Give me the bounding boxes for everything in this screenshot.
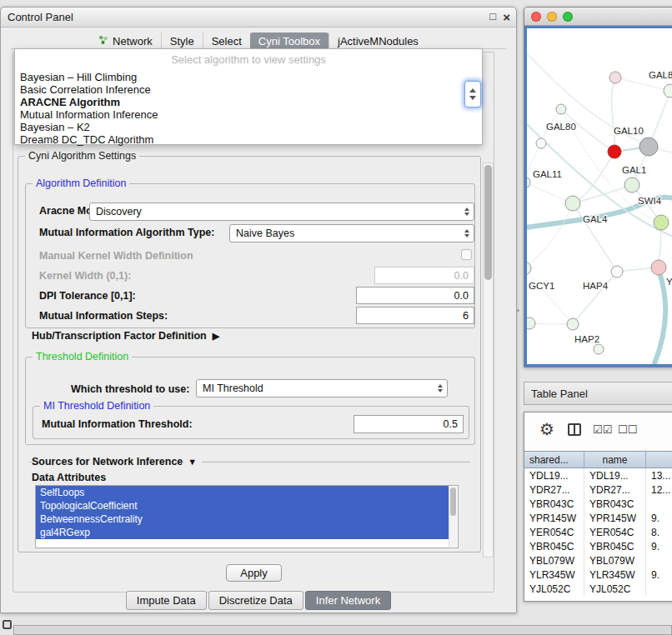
tab-jactivemnodules[interactable]: jActiveMNodules	[328, 32, 427, 50]
table-cell: YLR345W	[524, 568, 584, 582]
control-panel-window: Control Panel □ × NetworkStyleSelectCyni…	[0, 7, 517, 613]
network-node[interactable]	[651, 260, 666, 275]
minimize-traffic-light-icon[interactable]	[547, 12, 557, 22]
table-cell: YER054C	[584, 525, 646, 539]
kernel-width-field: 0.0	[374, 267, 474, 284]
algorithm-dropdown-popup: Select algorithm to view settings Bayesi…	[14, 48, 483, 145]
sources-toggle[interactable]: Sources for Network Inference ▼	[32, 456, 202, 468]
spinner-down-icon[interactable]	[469, 96, 476, 100]
bottom-tab-discretize-data[interactable]: Discretize Data	[208, 591, 303, 610]
network-icon	[98, 35, 108, 48]
gear-icon[interactable]: ⚙	[539, 419, 554, 439]
algorithm-option-aracne-algorithm[interactable]: ARACNE Algorithm	[15, 96, 482, 108]
table-cell: 12...	[646, 482, 672, 497]
which-threshold-select[interactable]: MI Threshold	[196, 379, 448, 398]
table-row[interactable]: YBR043CYBR043C	[524, 497, 672, 511]
mi-threshold-value: 0.5	[444, 418, 458, 430]
algorithm-option-bayesian-k2[interactable]: Bayesian – K2	[15, 121, 482, 133]
column-header-2[interactable]: name	[584, 451, 646, 468]
select-all-icon[interactable]: ☑☑	[593, 423, 612, 436]
minimized-panel-icon[interactable]	[3, 620, 12, 629]
algorithm-option-mutual-information-inference[interactable]: Mutual Information Inference	[15, 108, 482, 121]
tab-network[interactable]: Network	[90, 32, 161, 50]
network-window-titlebar[interactable]	[524, 8, 672, 26]
network-node[interactable]	[527, 177, 530, 188]
node-label: GCY1	[529, 281, 554, 291]
list-scrollbar[interactable]	[449, 487, 457, 547]
tab-style[interactable]: Style	[161, 32, 203, 50]
sources-label: Sources for Network Inference	[32, 456, 183, 468]
float-window-icon[interactable]: □	[489, 10, 496, 22]
attribute-topologicalcoefficient[interactable]: TopologicalCoefficient	[36, 499, 449, 512]
network-node[interactable]	[608, 145, 621, 158]
table-row[interactable]: YBR045CYBR045C9.	[524, 539, 672, 553]
table-row[interactable]: YDL19...YDL19...13...	[524, 468, 672, 482]
mi-type-select[interactable]: Naive Bayes	[229, 224, 474, 242]
network-node[interactable]	[536, 138, 546, 148]
kernel-width-value: 0.0	[454, 270, 469, 282]
tab-select[interactable]: Select	[203, 32, 250, 50]
network-node[interactable]	[594, 344, 604, 354]
network-node[interactable]	[639, 138, 658, 156]
table-row[interactable]: YJL052CYJL052C	[524, 582, 672, 596]
settings-scrollbar[interactable]	[483, 162, 494, 558]
bottom-tab-impute-data[interactable]: Impute Data	[126, 591, 207, 610]
network-node[interactable]	[527, 318, 535, 329]
mi-threshold-field[interactable]: 0.5	[354, 415, 464, 433]
network-node[interactable]	[567, 318, 579, 330]
attribute-selfloops[interactable]: SelfLoops	[36, 486, 449, 499]
network-node[interactable]	[624, 178, 639, 192]
attribute-betweennesscentrality[interactable]: BetweennessCentrality	[36, 512, 449, 526]
table-cell: YJL052C	[584, 582, 646, 596]
bottom-tab-infer-network[interactable]: Infer Network	[305, 591, 391, 610]
network-node[interactable]	[611, 266, 623, 278]
spinner-up-icon[interactable]	[469, 88, 476, 92]
data-attributes-list[interactable]: SelfLoopsTopologicalCoefficientBetweenne…	[35, 485, 459, 548]
splitter-handle[interactable]	[517, 309, 519, 312]
tab-label: jActiveMNodules	[338, 35, 419, 48]
aracne-mode-value: Discovery	[96, 206, 142, 218]
attribute-gal4rgexp[interactable]: gal4RGexp	[36, 526, 449, 539]
network-node[interactable]	[609, 72, 621, 83]
network-node[interactable]	[556, 104, 566, 114]
settings-scrollbar-thumb[interactable]	[484, 165, 492, 280]
table-row[interactable]: YER054CYER054C8.	[524, 525, 672, 539]
close-traffic-light-icon[interactable]	[531, 12, 541, 22]
manual-kernel-checkbox[interactable]	[461, 249, 472, 260]
column-header-1[interactable]: shared...	[524, 451, 584, 468]
table-cell: YJL052C	[524, 582, 584, 596]
dpi-tolerance-field[interactable]: 0.0	[356, 287, 474, 304]
aracne-mode-select[interactable]: Discovery	[89, 202, 474, 221]
mi-steps-field[interactable]: 6	[356, 307, 474, 324]
bottom-tab-bar: Impute DataDiscretize DataInfer Network	[1, 591, 516, 610]
table-row[interactable]: YLR345WYLR345W9.	[524, 568, 672, 582]
apply-button[interactable]: Apply	[226, 564, 282, 582]
close-window-icon[interactable]: ×	[503, 10, 510, 24]
network-node[interactable]	[664, 84, 672, 98]
tab-cyni-toolbox[interactable]: Cyni Toolbox	[250, 32, 328, 50]
algorithm-option-dream8-dc-tdc-algorithm[interactable]: Dream8 DC_TDC Algorithm	[15, 133, 482, 146]
window-title: Control Panel	[1, 11, 73, 23]
table-cell	[646, 497, 672, 511]
deselect-all-icon[interactable]: ☐☐	[618, 423, 637, 436]
node-label: SWI4	[638, 196, 662, 206]
list-scrollbar-thumb[interactable]	[450, 488, 456, 516]
network-node[interactable]	[527, 262, 531, 275]
focused-spinner[interactable]	[464, 81, 481, 108]
hub-definition-toggle[interactable]: Hub/Transcription Factor Definition ▶	[32, 330, 219, 342]
network-canvas[interactable]: GAL8GAL80GAL10GAL11GAL1SWI4GAL4GCY1HAP4Y…	[524, 26, 672, 367]
algorithm-option-basic-correlation-inference[interactable]: Basic Correlation Inference	[15, 83, 482, 96]
threshold-definition-group: Threshold Definition Which threshold to …	[25, 357, 475, 445]
columns-icon[interactable]	[568, 423, 581, 436]
column-header-3[interactable]	[646, 451, 672, 468]
table-row[interactable]: YBL079WYBL079W	[524, 553, 672, 568]
table-row[interactable]: YDR27...YDR27...12...	[524, 482, 672, 497]
table-cell: YDR27...	[524, 482, 584, 497]
network-node[interactable]	[654, 215, 669, 230]
table-row[interactable]: YPR145WYPR145W9.	[524, 511, 672, 525]
settings-group-title: Cyni Algorithm Settings	[25, 150, 139, 162]
table-cell: 9.	[646, 511, 672, 525]
zoom-traffic-light-icon[interactable]	[563, 12, 573, 22]
network-node[interactable]	[565, 196, 580, 211]
algorithm-option-bayesian-hill-climbing[interactable]: Bayesian – Hill Climbing	[15, 71, 482, 83]
